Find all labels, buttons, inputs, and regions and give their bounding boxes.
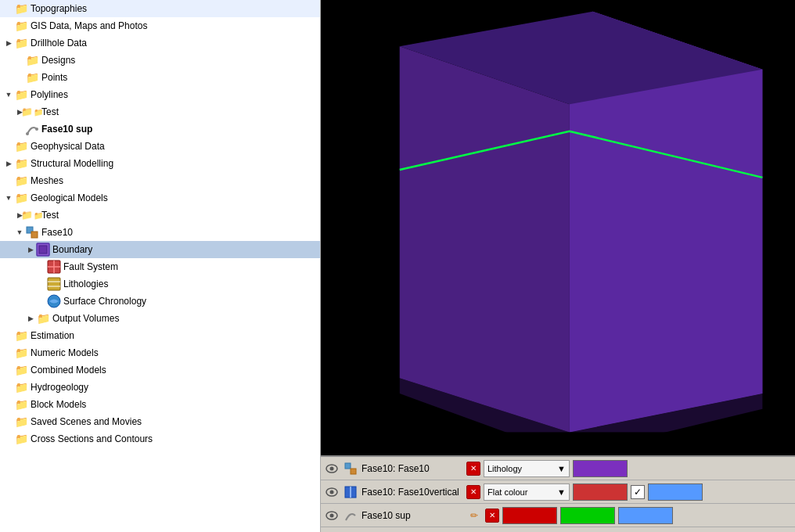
color-swatch-fase10-row3[interactable] — [502, 507, 557, 524]
layer-dropdown-fase10-row2[interactable]: Flat colour▼ — [484, 483, 570, 501]
tree-item-estimation[interactable]: 📁Estimation — [0, 327, 320, 344]
tree-icon-meshes: 📁 — [14, 174, 28, 188]
tree-label-hydrogeology: Hydrogeology — [31, 382, 88, 393]
tree-item-polylines[interactable]: ▼📁Polylines — [0, 86, 320, 103]
svg-point-1 — [35, 128, 38, 131]
color-swatch-blue-fase10-row2[interactable] — [648, 483, 703, 501]
expand-arrow-geological-models[interactable]: ▼ — [3, 192, 14, 203]
bottom-panel: Fase10: Fase10✕Lithology▼Fase10: Fase10v… — [321, 455, 795, 532]
tree-item-meshes[interactable]: 📁Meshes — [0, 172, 320, 189]
legend-row-fase10-row1: Fase10: Fase10✕Lithology▼ — [321, 457, 795, 480]
tree-label-test-geo: Test — [41, 210, 59, 221]
viewport-3d[interactable] — [321, 0, 795, 455]
tree-item-designs[interactable]: 📁Designs — [0, 52, 320, 69]
expand-arrow-lithologies — [36, 279, 47, 289]
svg-point-0 — [26, 132, 29, 135]
tree-icon-designs: 📁 — [25, 53, 39, 67]
tree-label-fase10: Fase10 — [41, 227, 73, 238]
tree-item-cross-sections[interactable]: 📁Cross Sections and Contours — [0, 430, 320, 448]
expand-arrow-structural[interactable]: ▶ — [3, 158, 14, 169]
color-swatch-extra-fase10-row3[interactable] — [618, 507, 673, 524]
tree-item-drillhole-data[interactable]: ▶📁Drillhole Data — [0, 34, 320, 52]
tree-icon-fase10-sup — [25, 122, 39, 136]
dropdown-label: Lithology — [487, 464, 522, 473]
tree-item-points[interactable]: 📁Points — [0, 69, 320, 86]
dropdown-label: Flat colour — [487, 487, 527, 497]
tree-item-geological-models[interactable]: ▼📁Geological Models — [0, 189, 320, 207]
tree-icon-drillhole-data: 📁 — [14, 36, 28, 50]
tree-icon-geophysical: 📁 — [14, 139, 28, 153]
tree-item-fase10[interactable]: ▼Fase10 — [0, 224, 320, 241]
expand-arrow-fase10[interactable]: ▼ — [14, 227, 25, 238]
tree-item-saved-scenes[interactable]: 📁Saved Scenes and Movies — [0, 413, 320, 430]
tree-item-gis-data[interactable]: 📁GIS Data, Maps and Photos — [0, 17, 320, 34]
tree-item-output-volumes[interactable]: ▶📁Output Volumes — [0, 310, 320, 327]
tree-item-hydrogeology[interactable]: 📁Hydrogeology — [0, 379, 320, 396]
color-swatch-blue-fase10-row3[interactable] — [560, 507, 615, 524]
tree-label-meshes: Meshes — [31, 175, 63, 186]
tree-label-fault-system: Fault System — [63, 261, 118, 272]
tree-icon-geological-models: 📁 — [14, 191, 28, 205]
legend-label-fase10-row1: Fase10: Fase10 — [362, 463, 463, 474]
tree-item-fault-system[interactable]: Fault System — [0, 258, 320, 275]
check-icon: ✓ — [634, 487, 642, 498]
visibility-toggle-fase10-row1[interactable] — [324, 461, 340, 476]
tree-label-geological-models: Geological Models — [31, 192, 108, 203]
tree-item-fase10-sup[interactable]: Fase10 sup — [0, 120, 320, 138]
svg-point-30 — [330, 513, 334, 517]
color-swatch-fase10-row2[interactable] — [573, 483, 628, 501]
expand-arrow-topographies — [3, 3, 14, 14]
tree-item-block-models[interactable]: 📁Block Models — [0, 396, 320, 413]
tree-item-test-geo[interactable]: ▶📁📁Test — [0, 207, 320, 224]
tree-item-topographies[interactable]: 📁Topographies — [0, 0, 320, 17]
visibility-toggle-fase10-row2[interactable] — [324, 484, 340, 500]
tree-icon-surface-chronology — [47, 294, 61, 308]
tree-item-geophysical[interactable]: 📁Geophysical Data — [0, 138, 320, 155]
tree-label-estimation: Estimation — [31, 330, 74, 341]
main-area: 📁Topographies📁GIS Data, Maps and Photos▶… — [0, 0, 795, 532]
tree-item-numeric-models[interactable]: 📁Numeric Models — [0, 344, 320, 361]
expand-arrow-boundary[interactable]: ▶ — [25, 244, 36, 255]
legend-icon-fase10-row2 — [343, 484, 358, 500]
tree-icon-saved-scenes: 📁 — [14, 415, 28, 429]
tree-item-lithologies[interactable]: Lithologies — [0, 275, 320, 293]
tree-label-boundary: Boundary — [52, 244, 92, 255]
checkbox-fase10-row2[interactable]: ✓ — [631, 485, 645, 499]
visibility-toggle-fase10-row3[interactable] — [324, 508, 340, 523]
tree-label-numeric-models: Numeric Models — [31, 347, 99, 358]
tree-item-boundary[interactable]: ▶Boundary — [0, 241, 320, 258]
close-button-fase10-row1[interactable]: ✕ — [466, 462, 480, 476]
svg-rect-5 — [39, 246, 47, 253]
legend-row-fase10-row2: Fase10: Fase10vertical✕Flat colour▼✓ — [321, 480, 795, 504]
expand-arrow-drillhole-data[interactable]: ▶ — [3, 38, 14, 49]
tree-icon-points: 📁 — [25, 70, 39, 84]
tree-label-saved-scenes: Saved Scenes and Movies — [31, 416, 142, 427]
tree-icon-numeric-models: 📁 — [14, 346, 28, 360]
svg-rect-3 — [31, 232, 38, 238]
tree-item-surface-chronology[interactable]: Surface Chronology — [0, 293, 320, 310]
tree-icon-hydrogeology: 📁 — [14, 380, 28, 394]
tree-label-structural: Structural Modelling — [31, 158, 113, 169]
edit-button-fase10-row3[interactable]: ✏ — [466, 508, 482, 523]
color-swatch-fase10-row1[interactable] — [573, 460, 628, 477]
tree-label-designs: Designs — [41, 55, 75, 66]
tree-icon-boundary — [36, 243, 50, 257]
tree-item-combined-models[interactable]: 📁Combined Models — [0, 361, 320, 379]
layer-dropdown-fase10-row1[interactable]: Lithology▼ — [484, 460, 570, 477]
tree-icon-output-volumes: 📁 — [36, 311, 50, 325]
tree-label-block-models: Block Models — [31, 399, 86, 410]
close-button-fase10-row3[interactable]: ✕ — [485, 509, 499, 523]
legend-row-fase10-row3: Fase10 sup✏✕ — [321, 504, 795, 527]
close-button-fase10-row2[interactable]: ✕ — [466, 485, 480, 499]
svg-marker-17 — [400, 46, 570, 432]
expand-arrow-points — [14, 72, 25, 83]
tree-label-fase10-sup: Fase10 sup — [41, 124, 92, 135]
tree-icon-structural: 📁 — [14, 156, 28, 171]
expand-arrow-output-volumes[interactable]: ▶ — [25, 313, 36, 324]
tree-item-structural[interactable]: ▶📁Structural Modelling — [0, 155, 320, 172]
tree-icon-polylines: 📁 — [14, 88, 28, 102]
tree-item-test-poly[interactable]: ▶📁📁Test — [0, 103, 320, 120]
expand-arrow-polylines[interactable]: ▼ — [3, 89, 14, 100]
dropdown-arrow: ▼ — [557, 464, 566, 473]
expand-arrow-meshes — [3, 175, 14, 186]
